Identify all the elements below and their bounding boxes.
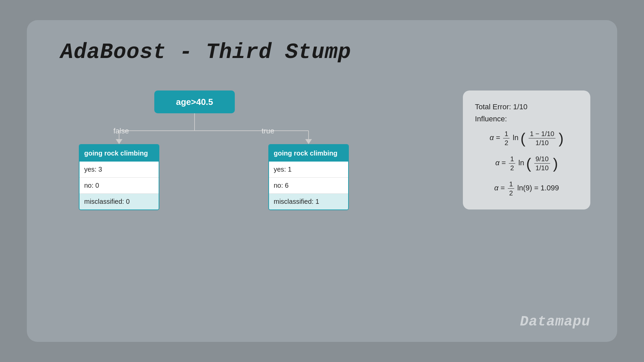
total-error: Total Error: 1/10 <box>475 103 578 111</box>
formula2-fraction: 9/10 1/10 <box>534 155 550 172</box>
formula2-ln: ln <box>519 159 526 167</box>
watermark: Datamapu <box>520 314 590 330</box>
formula3-result: ln(9) = 1.099 <box>517 184 559 192</box>
formula1-ln: ln <box>513 133 521 142</box>
right-leaf-row-yes: yes: 1 <box>269 162 348 178</box>
formula3-alpha: α = <box>494 184 507 192</box>
svg-marker-5 <box>116 139 122 144</box>
right-leaf-node: going rock climbing yes: 1 no: 6 misclas… <box>268 144 349 210</box>
formula2-alpha: α = <box>495 159 508 167</box>
influence-label: Influence: <box>475 115 578 123</box>
left-leaf-row-misclassified: misclassified: 0 <box>79 194 159 209</box>
formula1-fraction: 1 − 1/10 1/10 <box>529 129 556 147</box>
formula2-half: 1 2 <box>509 155 515 172</box>
true-label: true <box>262 127 274 135</box>
root-node: age>40.5 <box>154 90 235 113</box>
right-leaf-row-no: no: 6 <box>269 178 348 194</box>
formula1-half: 1 2 <box>503 129 509 147</box>
root-node-label: age>40.5 <box>176 97 213 107</box>
left-leaf-node: going rock climbing yes: 3 no: 0 misclas… <box>79 144 159 210</box>
page-title: AdaBoost - Third Stump <box>60 40 351 64</box>
svg-marker-6 <box>305 139 312 144</box>
formula-3: α = 1 2 ln(9) = 1.099 <box>475 180 578 197</box>
formula2-rparen: ) <box>553 155 558 172</box>
formula-1: α = 1 2 ln ( 1 − 1/10 1/10 ) <box>475 129 578 147</box>
formula1-lparen: ( <box>521 130 526 146</box>
right-leaf-row-misclassified: misclassified: 1 <box>269 194 348 209</box>
formula1-alpha: α = <box>490 133 502 142</box>
formula1-rparen: ) <box>559 130 564 146</box>
false-label: false <box>113 127 129 135</box>
slide: AdaBoost - Third Stump age>40.5 false tr… <box>27 20 617 342</box>
left-leaf-row-yes: yes: 3 <box>79 162 159 178</box>
formula3-half: 1 2 <box>508 180 514 197</box>
left-leaf-row-no: no: 0 <box>79 178 159 194</box>
info-box: Total Error: 1/10 Influence: α = 1 2 ln … <box>463 90 590 209</box>
right-leaf-header: going rock climbing <box>269 145 348 162</box>
formula2-lparen: ( <box>526 155 531 172</box>
left-leaf-header: going rock climbing <box>79 145 159 162</box>
formula-2: α = 1 2 ln ( 9/10 1/10 ) <box>475 155 578 172</box>
